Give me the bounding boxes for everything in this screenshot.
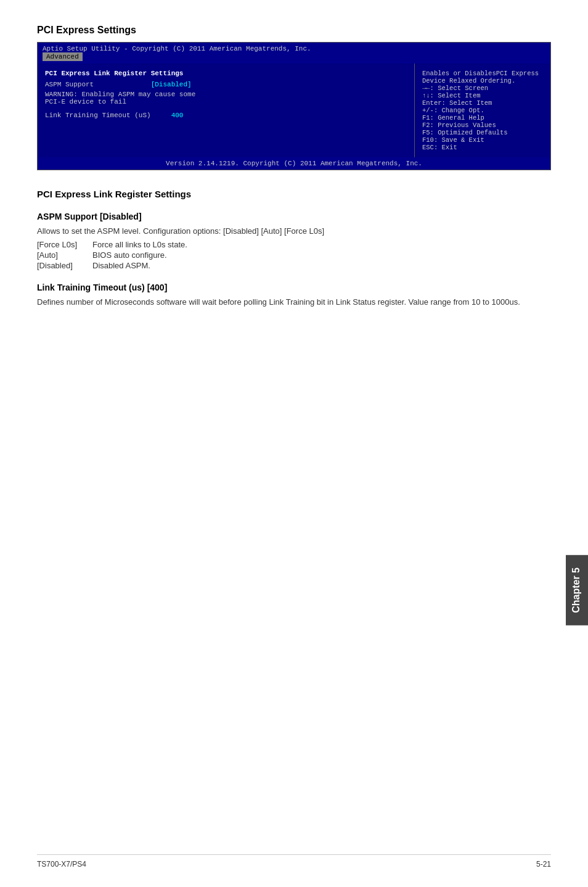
bios-left-panel: PCI Express Link Register Settings ASPM … (38, 64, 415, 157)
bios-nav-f2: F2: Previous Values (422, 122, 543, 129)
bios-tab-advanced: Advanced (43, 52, 83, 61)
bios-timeout-value: 400 (171, 112, 184, 119)
bios-nav-change: +/-: Change Opt. (422, 107, 543, 114)
doc-timeout-title: Link Training Timeout (us) [400] (37, 283, 551, 292)
bios-header-text: Aptio Setup Utility - Copyright (C) 2011… (43, 45, 311, 52)
bios-screenshot: Aptio Setup Utility - Copyright (C) 2011… (37, 42, 551, 170)
doc-aspm-options: [Force L0s] Force all links to L0s state… (37, 240, 551, 270)
bios-nav-enter: Enter: Select Item (422, 99, 543, 107)
bios-aspm-row: ASPM Support [Disabled] (45, 81, 407, 88)
doc-option-auto-val: BIOS auto configure. (92, 250, 167, 260)
page-footer: TS700-X7/PS4 5-21 (37, 854, 551, 868)
doc-option-auto-key: [Auto] (37, 250, 92, 260)
doc-option-forcel0s-val: Force all links to L0s state. (92, 240, 187, 249)
doc-aspm-title: ASPM Support [Disabled] (37, 212, 551, 221)
bios-header: Aptio Setup Utility - Copyright (C) 2011… (38, 43, 550, 64)
chapter-tab: Chapter 5 (566, 555, 588, 625)
bios-body: PCI Express Link Register Settings ASPM … (38, 64, 550, 157)
doc-aspm-section: ASPM Support [Disabled] Allows to set th… (37, 212, 551, 270)
doc-option-disabled-key: [Disabled] (37, 261, 92, 270)
footer-page: 5-21 (536, 860, 551, 868)
bios-aspm-label: ASPM Support (45, 81, 94, 88)
page-title: PCI Express Settings (37, 25, 551, 36)
bios-nav-esc: ESC: Exit (422, 144, 543, 151)
bios-nav-f10: F10: Save & Exit (422, 136, 543, 144)
doc-timeout-description: Defines number of Microseconds software … (37, 296, 551, 308)
doc-link-register-title: PCI Express Link Register Settings (37, 189, 551, 199)
doc-link-register-section: PCI Express Link Register Settings (37, 189, 551, 199)
bios-nav-screen: →←: Select Screen (422, 85, 543, 92)
bios-section-label: PCI Express Link Register Settings (45, 70, 407, 77)
doc-option-forcel0s: [Force L0s] Force all links to L0s state… (37, 240, 551, 249)
doc-option-disabled: [Disabled] Disabled ASPM. (37, 261, 551, 270)
bios-aspm-value: [Disabled] (151, 81, 192, 88)
bios-timeout-row: Link Training Timeout (uS) 400 (45, 112, 407, 119)
doc-timeout-section: Link Training Timeout (us) [400] Defines… (37, 283, 551, 308)
bios-help-text: Enables or DisablesPCI Express Device Re… (422, 70, 543, 85)
bios-nav-f1: F1: General Help (422, 114, 543, 122)
bios-nav-item: ↑↓: Select Item (422, 92, 543, 99)
doc-aspm-description: Allows to set the ASPM level. Configurat… (37, 225, 551, 237)
bios-right-panel: Enables or DisablesPCI Express Device Re… (415, 64, 550, 157)
footer-model: TS700-X7/PS4 (37, 860, 86, 868)
bios-warning-1: WARNING: Enabling ASPM may cause some (45, 91, 407, 98)
bios-timeout-label: Link Training Timeout (uS) (45, 112, 151, 119)
doc-option-auto: [Auto] BIOS auto configure. (37, 250, 551, 260)
bios-nav-help: →←: Select Screen ↑↓: Select Item Enter:… (422, 85, 543, 151)
bios-footer: Version 2.14.1219. Copyright (C) 2011 Am… (38, 157, 550, 170)
bios-warning-2: PCI-E device to fail (45, 98, 407, 105)
doc-option-disabled-val: Disabled ASPM. (92, 261, 150, 270)
doc-option-forcel0s-key: [Force L0s] (37, 240, 92, 249)
bios-nav-f5: F5: Optimized Defaults (422, 129, 543, 136)
